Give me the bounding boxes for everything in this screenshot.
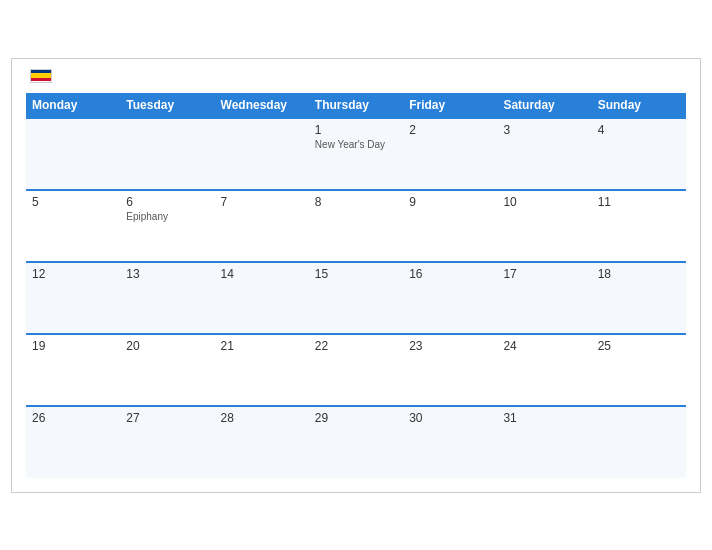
calendar-cell: 4 bbox=[592, 118, 686, 190]
calendar-cell: 31 bbox=[497, 406, 591, 478]
holiday-label: New Year's Day bbox=[315, 139, 397, 150]
week-row-3: 12131415161718 bbox=[26, 262, 686, 334]
calendar-cell: 19 bbox=[26, 334, 120, 406]
day-number: 12 bbox=[32, 267, 114, 281]
day-number: 25 bbox=[598, 339, 680, 353]
calendar-cell: 1New Year's Day bbox=[309, 118, 403, 190]
day-number: 8 bbox=[315, 195, 397, 209]
holiday-label: Epiphany bbox=[126, 211, 208, 222]
calendar-cell: 22 bbox=[309, 334, 403, 406]
logo bbox=[26, 69, 52, 83]
weekday-header-sunday: Sunday bbox=[592, 93, 686, 118]
calendar-cell: 27 bbox=[120, 406, 214, 478]
weekday-header-row: MondayTuesdayWednesdayThursdayFridaySatu… bbox=[26, 93, 686, 118]
calendar-cell: 21 bbox=[215, 334, 309, 406]
day-number: 27 bbox=[126, 411, 208, 425]
calendar-cell: 20 bbox=[120, 334, 214, 406]
day-number: 20 bbox=[126, 339, 208, 353]
day-number: 16 bbox=[409, 267, 491, 281]
calendar-cell bbox=[120, 118, 214, 190]
calendar-cell: 17 bbox=[497, 262, 591, 334]
weekday-header-friday: Friday bbox=[403, 93, 497, 118]
day-number: 3 bbox=[503, 123, 585, 137]
calendar-cell: 2 bbox=[403, 118, 497, 190]
day-number: 9 bbox=[409, 195, 491, 209]
calendar-cell bbox=[26, 118, 120, 190]
calendar-cell: 28 bbox=[215, 406, 309, 478]
calendar-cell: 30 bbox=[403, 406, 497, 478]
calendar-cell: 25 bbox=[592, 334, 686, 406]
day-number: 13 bbox=[126, 267, 208, 281]
calendar-cell: 12 bbox=[26, 262, 120, 334]
day-number: 28 bbox=[221, 411, 303, 425]
day-number: 14 bbox=[221, 267, 303, 281]
weekday-header-saturday: Saturday bbox=[497, 93, 591, 118]
day-number: 11 bbox=[598, 195, 680, 209]
calendar-cell: 7 bbox=[215, 190, 309, 262]
day-number: 6 bbox=[126, 195, 208, 209]
day-number: 7 bbox=[221, 195, 303, 209]
calendar-cell: 29 bbox=[309, 406, 403, 478]
day-number: 17 bbox=[503, 267, 585, 281]
calendar-cell: 26 bbox=[26, 406, 120, 478]
calendar-cell: 15 bbox=[309, 262, 403, 334]
weekday-header-wednesday: Wednesday bbox=[215, 93, 309, 118]
weekday-header-thursday: Thursday bbox=[309, 93, 403, 118]
day-number: 15 bbox=[315, 267, 397, 281]
calendar-cell: 16 bbox=[403, 262, 497, 334]
calendar-cell: 8 bbox=[309, 190, 403, 262]
calendar-cell: 13 bbox=[120, 262, 214, 334]
calendar-cell bbox=[215, 118, 309, 190]
day-number: 29 bbox=[315, 411, 397, 425]
calendar-cell: 23 bbox=[403, 334, 497, 406]
day-number: 19 bbox=[32, 339, 114, 353]
day-number: 5 bbox=[32, 195, 114, 209]
calendar-cell: 5 bbox=[26, 190, 120, 262]
weekday-header-monday: Monday bbox=[26, 93, 120, 118]
week-row-5: 262728293031 bbox=[26, 406, 686, 478]
day-number: 30 bbox=[409, 411, 491, 425]
calendar-cell: 24 bbox=[497, 334, 591, 406]
day-number: 4 bbox=[598, 123, 680, 137]
calendar-cell: 3 bbox=[497, 118, 591, 190]
day-number: 2 bbox=[409, 123, 491, 137]
calendar-cell: 11 bbox=[592, 190, 686, 262]
calendar-cell bbox=[592, 406, 686, 478]
day-number: 31 bbox=[503, 411, 585, 425]
calendar-cell: 6Epiphany bbox=[120, 190, 214, 262]
week-row-4: 19202122232425 bbox=[26, 334, 686, 406]
week-row-2: 56Epiphany7891011 bbox=[26, 190, 686, 262]
calendar-cell: 10 bbox=[497, 190, 591, 262]
day-number: 21 bbox=[221, 339, 303, 353]
day-number: 18 bbox=[598, 267, 680, 281]
calendar-cell: 18 bbox=[592, 262, 686, 334]
day-number: 22 bbox=[315, 339, 397, 353]
calendar-cell: 9 bbox=[403, 190, 497, 262]
day-number: 26 bbox=[32, 411, 114, 425]
logo-flag-icon bbox=[30, 69, 52, 83]
calendar-container: MondayTuesdayWednesdayThursdayFridaySatu… bbox=[11, 58, 701, 493]
calendar-cell: 14 bbox=[215, 262, 309, 334]
calendar-header bbox=[26, 69, 686, 83]
week-row-1: 1New Year's Day234 bbox=[26, 118, 686, 190]
day-number: 10 bbox=[503, 195, 585, 209]
weekday-header-tuesday: Tuesday bbox=[120, 93, 214, 118]
day-number: 1 bbox=[315, 123, 397, 137]
calendar-grid: MondayTuesdayWednesdayThursdayFridaySatu… bbox=[26, 93, 686, 478]
day-number: 24 bbox=[503, 339, 585, 353]
day-number: 23 bbox=[409, 339, 491, 353]
